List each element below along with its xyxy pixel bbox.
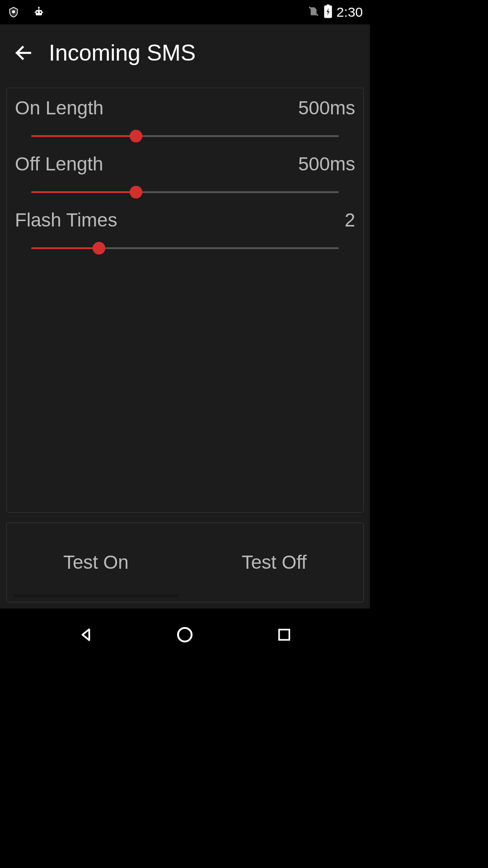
on-length-value: 500ms [298,97,355,119]
app-bar: Incoming SMS [0,24,370,81]
flash-times-label: Flash Times [15,209,117,231]
clock-time: 2:30 [337,5,363,20]
content-area: On Length 500ms Off Length 500ms [0,81,370,609]
nav-home-button[interactable] [171,621,198,648]
off-length-value: 500ms [298,153,355,175]
shield-icon [7,6,20,19]
flash-times-row: Flash Times 2 [15,209,355,257]
page-title: Incoming SMS [49,40,196,66]
square-recent-icon [277,627,292,642]
robot-icon [33,6,45,19]
back-button[interactable] [13,42,34,64]
svg-point-11 [178,628,192,642]
flash-times-header: Flash Times 2 [15,209,355,231]
flash-times-slider[interactable] [15,239,355,257]
svg-rect-10 [327,5,329,6]
settings-card: On Length 500ms Off Length 500ms [6,88,364,513]
nav-recent-button[interactable] [271,621,298,648]
test-off-button[interactable]: Test Off [185,523,364,602]
status-left-icons [7,6,45,19]
status-right-icons: 2:30 [308,5,363,20]
svg-point-0 [12,10,15,13]
nav-back-button[interactable] [72,621,99,648]
arrow-left-icon [14,43,33,63]
on-length-header: On Length 500ms [15,97,355,119]
svg-rect-12 [279,630,290,640]
no-sim-icon [308,5,319,19]
battery-charging-icon [324,5,332,20]
off-length-header: Off Length 500ms [15,153,355,175]
circle-home-icon [176,626,194,644]
off-length-row: Off Length 500ms [15,153,355,201]
off-length-label: Off Length [15,153,103,175]
svg-point-5 [38,7,40,9]
status-bar: 2:30 [0,0,370,24]
flash-times-value: 2 [345,209,355,231]
svg-point-2 [37,11,38,13]
navigation-bar [0,611,370,658]
svg-rect-1 [36,10,42,15]
on-length-row: On Length 500ms [15,97,355,145]
off-length-slider[interactable] [15,183,355,201]
test-buttons-card: Test On Test Off [6,523,364,602]
svg-point-3 [40,11,42,13]
test-on-button[interactable]: Test On [7,523,185,602]
triangle-back-icon [78,627,94,643]
on-length-label: On Length [15,97,103,119]
on-length-slider[interactable] [15,127,355,145]
